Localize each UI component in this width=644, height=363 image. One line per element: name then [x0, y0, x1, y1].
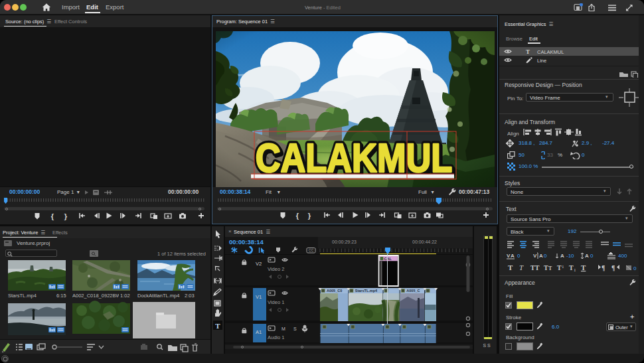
svg-text:A005_C: A005_C — [406, 289, 420, 293]
svg-text:0: 0 — [590, 253, 594, 259]
svg-text:StarsTL.mp4: StarsTL.mp4 — [355, 289, 378, 293]
svg-text:CAL: CAL — [384, 257, 392, 261]
svg-text:0: 0 — [633, 265, 637, 271]
svg-text:A: A — [539, 253, 543, 259]
svg-text:A: A — [511, 253, 515, 259]
svg-text:T: T — [526, 48, 530, 54]
svg-text:400: 400 — [618, 253, 627, 259]
svg-text:T: T — [544, 264, 548, 271]
svg-text:V: V — [533, 253, 537, 259]
svg-text:¶: ¶ — [602, 264, 605, 271]
svg-text:¶: ¶ — [611, 264, 615, 271]
svg-text:T: T — [519, 263, 524, 271]
svg-text:T: T — [557, 264, 562, 271]
svg-text:T: T — [215, 322, 220, 330]
svg-text:0: 0 — [517, 253, 521, 259]
svg-text:-10: -10 — [566, 253, 574, 259]
svg-text:TT: TT — [530, 264, 540, 271]
svg-text:}: } — [308, 212, 311, 220]
svg-text:1: 1 — [574, 267, 576, 272]
svg-text:}: } — [64, 212, 68, 220]
svg-text:T: T — [548, 265, 552, 271]
svg-text:A: A — [560, 253, 564, 259]
svg-text:0: 0 — [544, 253, 547, 259]
svg-text:Line: Line — [537, 58, 546, 64]
svg-text:T: T — [581, 263, 586, 271]
svg-text:{: { — [296, 212, 299, 220]
svg-text:T: T — [508, 263, 513, 271]
svg-text:1: 1 — [562, 264, 564, 269]
svg-text:A005_C0: A005_C0 — [327, 289, 342, 293]
svg-text:{: { — [51, 212, 54, 220]
svg-text:A: A — [585, 253, 589, 259]
svg-text:T: T — [569, 264, 574, 271]
svg-text:CALAKMUL: CALAKMUL — [537, 49, 564, 55]
